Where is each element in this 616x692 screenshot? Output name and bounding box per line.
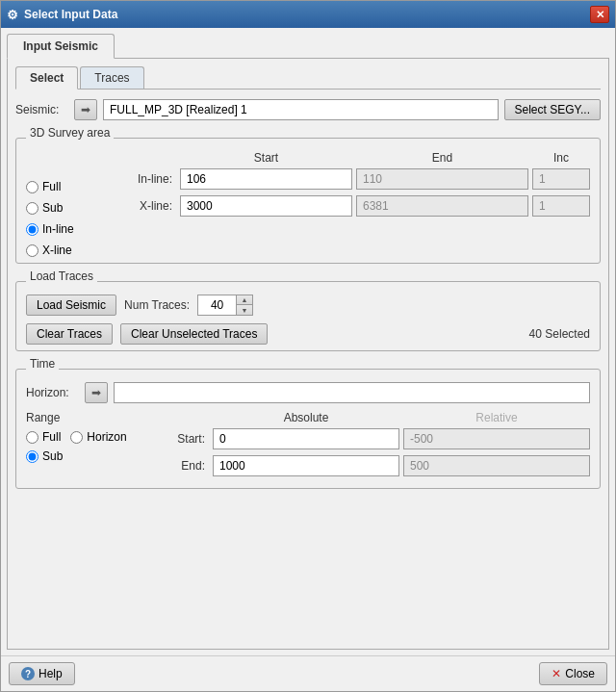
spinner-down-button[interactable]: ▼ — [237, 305, 252, 315]
seismic-label: Seismic: — [15, 103, 68, 116]
values-header: Absolute Relative — [161, 411, 590, 424]
time-layout: Range Full Horizon — [26, 411, 590, 482]
load-seismic-button[interactable]: Load Seismic — [26, 295, 116, 316]
clear-traces-button[interactable]: Clear Traces — [26, 323, 113, 345]
grid-header: Start End Inc — [99, 151, 590, 165]
selected-count: 40 Selected — [529, 327, 590, 341]
load-traces-title: Load Traces — [26, 269, 97, 283]
inline-inc-input — [532, 168, 590, 190]
time-start-absolute-input[interactable] — [213, 428, 399, 449]
inline-row: In-line: — [99, 168, 590, 190]
outer-panel: Select Traces Seismic: ➡ Select SEGY... … — [7, 59, 609, 650]
window-body: Input Seismic Select Traces Seismic: ➡ S… — [1, 28, 615, 655]
num-traces-input[interactable] — [197, 295, 236, 316]
radio-full[interactable]: Full — [26, 180, 93, 193]
clear-unselected-button[interactable]: Clear Unselected Traces — [120, 323, 268, 345]
num-traces-label: Num Traces: — [124, 298, 190, 312]
horizon-value-input[interactable] — [114, 382, 590, 403]
select-segy-button[interactable]: Select SEGY... — [504, 99, 602, 120]
xline-row: X-line: — [99, 195, 590, 217]
radio-range-horizon[interactable]: Horizon — [70, 430, 126, 444]
title-bar-left: ⚙ Select Input Data — [7, 8, 117, 22]
inline-end-input — [356, 168, 528, 190]
inner-tab-bar: Select Traces — [15, 66, 601, 90]
radio-range-sub[interactable]: Sub — [26, 449, 151, 463]
survey-area-group: 3D Survey area Full Sub — [15, 130, 601, 264]
range-radios: Full Horizon Sub — [26, 430, 151, 463]
num-traces-spinner[interactable]: ▲ ▼ — [197, 295, 253, 316]
tab-input-seismic[interactable]: Input Seismic — [7, 34, 115, 59]
range-title: Range — [26, 411, 151, 424]
load-row1: Load Seismic Num Traces: ▲ ▼ — [26, 295, 590, 316]
radio-inline[interactable]: In-line — [26, 222, 93, 236]
survey-grid: Start End Inc In-line: X-line: — [99, 151, 590, 257]
survey-radio-col: Full Sub In-line X-line — [26, 151, 93, 257]
values-col: Absolute Relative Start: End: — [161, 411, 590, 482]
inline-label: In-line: — [99, 172, 176, 186]
spinner-up-button[interactable]: ▲ — [237, 295, 252, 305]
time-end-label: End: — [161, 459, 209, 473]
radio-sub[interactable]: Sub — [26, 201, 93, 215]
time-start-row: Start: — [161, 428, 590, 449]
help-icon: ? — [21, 667, 35, 680]
inline-start-input[interactable] — [180, 168, 352, 190]
time-end-row: End: — [161, 455, 590, 476]
xline-end-input — [356, 195, 528, 217]
title-close-button[interactable]: ✕ — [590, 6, 609, 23]
time-title: Time — [26, 357, 59, 371]
close-icon: ✕ — [552, 667, 561, 680]
xline-inc-input — [532, 195, 590, 217]
survey-layout: Full Sub In-line X-line — [26, 151, 590, 257]
tab-select[interactable]: Select — [15, 66, 78, 90]
xline-start-input[interactable] — [180, 195, 352, 217]
tab-traces[interactable]: Traces — [80, 66, 143, 89]
close-button[interactable]: ✕ Close — [539, 662, 607, 685]
xline-label: X-line: — [99, 199, 176, 213]
window-title: Select Input Data — [24, 8, 117, 21]
seismic-row: Seismic: ➡ Select SEGY... — [15, 99, 601, 120]
window-icon: ⚙ — [7, 8, 18, 22]
seismic-arrow-button[interactable]: ➡ — [74, 99, 97, 120]
main-window: ⚙ Select Input Data ✕ Input Seismic Sele… — [0, 0, 616, 692]
load-row2: Clear Traces Clear Unselected Traces 40 … — [26, 323, 590, 345]
time-end-relative-input — [403, 455, 590, 476]
survey-area-title: 3D Survey area — [26, 126, 114, 140]
bottom-bar: ? Help ✕ Close — [1, 655, 615, 691]
time-end-absolute-input[interactable] — [213, 455, 399, 476]
help-button[interactable]: ? Help — [9, 662, 75, 685]
outer-tab-bar: Input Seismic — [7, 34, 609, 59]
horizon-label: Horizon: — [26, 386, 79, 399]
seismic-value-input[interactable] — [103, 99, 499, 120]
horizon-row: Horizon: ➡ — [26, 382, 590, 403]
horizon-arrow-button[interactable]: ➡ — [85, 382, 108, 403]
radio-xline[interactable]: X-line — [26, 243, 93, 257]
title-bar: ⚙ Select Input Data ✕ — [1, 1, 615, 28]
load-traces-group: Load Traces Load Seismic Num Traces: ▲ ▼… — [15, 273, 601, 351]
time-group: Time Horizon: ➡ Range Full — [15, 361, 601, 489]
radio-range-full[interactable]: Full — [26, 430, 61, 444]
range-row-full-horizon: Full Horizon — [26, 430, 151, 444]
range-col: Range Full Horizon — [26, 411, 151, 482]
time-start-relative-input — [403, 428, 590, 449]
time-start-label: Start: — [161, 432, 209, 446]
spinner-arrows: ▲ ▼ — [236, 295, 253, 316]
